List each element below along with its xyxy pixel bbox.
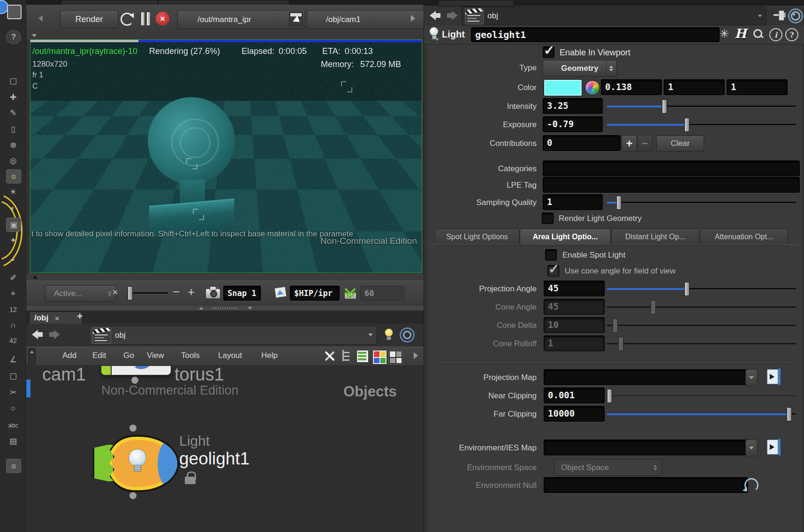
node-label-cam1[interactable]: cam1 xyxy=(42,365,86,385)
material-icon[interactable]: ▣ xyxy=(6,218,21,232)
frame-12-icon[interactable]: 12 xyxy=(6,303,20,316)
delete-icon[interactable]: ⊗ xyxy=(6,138,20,152)
magnet-icon[interactable]: ∩ xyxy=(6,319,20,332)
clear-contributions-button[interactable]: Clear xyxy=(656,136,704,152)
tab-distant-light-options[interactable]: Distant Light Op... xyxy=(611,228,699,245)
fps-field[interactable]: 60 xyxy=(360,286,404,301)
dot-icon[interactable]: • xyxy=(6,253,20,266)
collapse-up-icon[interactable] xyxy=(199,307,204,310)
tree-view-icon[interactable] xyxy=(341,350,352,362)
node-label-torus1[interactable]: torus1 xyxy=(174,365,224,385)
image-icon[interactable]: ▤ xyxy=(6,434,20,448)
projection-angle-field[interactable]: 45 xyxy=(544,281,605,296)
network-tab-obj[interactable]: /obj × xyxy=(29,312,83,324)
network-canvas[interactable]: cam1 torus1 Non-Commercial Edition Objec… xyxy=(26,346,424,532)
categories-field[interactable] xyxy=(543,160,800,176)
spinner-icon[interactable] xyxy=(606,61,614,76)
shade-icon[interactable]: ✦ xyxy=(6,234,20,247)
file-chooser-icon[interactable] xyxy=(767,439,781,456)
new-tab-button[interactable]: + xyxy=(77,311,83,322)
menu-overflow-icon[interactable] xyxy=(414,352,418,359)
menu-layout[interactable]: Layout xyxy=(218,346,242,365)
recook-refresh-icon[interactable] xyxy=(744,478,758,492)
zoom-out-button[interactable]: − xyxy=(173,285,180,299)
light-node-icon[interactable] xyxy=(93,435,175,488)
info-icon[interactable]: i xyxy=(769,28,782,41)
tab-close-icon[interactable]: × xyxy=(55,314,59,322)
exposure-field[interactable]: -0.79 xyxy=(543,116,603,132)
link-target-icon[interactable] xyxy=(788,8,803,23)
snapshot-camera-icon[interactable] xyxy=(205,286,220,298)
camera-path-dropdown[interactable]: /obj/cam1 xyxy=(307,10,426,29)
far-clipping-field[interactable]: 10000 xyxy=(544,406,605,422)
panel-path-field[interactable]: obj xyxy=(462,7,766,25)
file-chooser-icon[interactable] xyxy=(767,368,781,385)
abc-icon[interactable]: abc xyxy=(6,418,20,432)
env-map-field[interactable] xyxy=(544,440,753,456)
node-connector-dot[interactable] xyxy=(131,377,138,384)
type-dropdown[interactable]: Geometry xyxy=(543,60,617,76)
circle-icon[interactable]: ○ xyxy=(6,402,20,415)
remove-contribution-button[interactable]: − xyxy=(637,135,652,152)
near-clipping-field[interactable]: 0.001 xyxy=(544,388,605,403)
move-icon[interactable]: ✚ xyxy=(6,91,20,104)
node-name-field[interactable]: geolight1 xyxy=(471,27,720,42)
menu-help[interactable]: Help xyxy=(261,346,278,365)
follow-light-icon[interactable] xyxy=(383,327,395,341)
path-dropdown-icon[interactable] xyxy=(758,15,762,17)
menu-go[interactable]: Go xyxy=(123,346,134,365)
menu-add[interactable]: Add xyxy=(62,346,76,365)
render-viewport[interactable]: /out/mantra_ipr(raytrace)-10 Rendering (… xyxy=(30,39,422,273)
zoom-in-button[interactable]: + xyxy=(188,285,195,299)
lpe-tag-field[interactable] xyxy=(543,177,800,193)
gear-icon[interactable]: ✳ xyxy=(720,27,729,40)
pause-icon[interactable] xyxy=(140,12,151,25)
tab-attenuation-options[interactable]: Attenuation Opt... xyxy=(700,228,788,245)
enable-viewport-checkbox[interactable] xyxy=(543,46,554,58)
collapse-down-icon[interactable] xyxy=(248,307,252,310)
projection-map-field[interactable] xyxy=(544,369,753,385)
clear-sequence-button[interactable]: × xyxy=(113,287,118,297)
network-path-field[interactable]: obj xyxy=(89,326,377,345)
nav-forward-icon[interactable] xyxy=(48,328,60,341)
env-null-field[interactable] xyxy=(544,477,748,493)
output-path-field[interactable]: $HIP/ipr xyxy=(290,286,340,301)
nav-back-icon[interactable] xyxy=(430,9,442,22)
color-g-field[interactable]: 1 xyxy=(664,79,725,95)
help-button[interactable]: ? xyxy=(6,30,21,44)
save-stack-icon[interactable] xyxy=(342,284,357,300)
render-button[interactable]: Render xyxy=(60,10,118,28)
projection-angle-slider[interactable] xyxy=(607,282,796,295)
snapshot-field[interactable]: Snap 1 xyxy=(223,286,261,301)
contributions-field[interactable]: 0 xyxy=(543,135,621,151)
color-r-field[interactable]: 0.138 xyxy=(601,79,662,95)
lock-icon[interactable]: ▯ xyxy=(6,122,20,136)
spinner-icon[interactable] xyxy=(106,286,113,302)
floating-panel-icon[interactable] xyxy=(289,12,303,26)
dropper-icon[interactable]: ⌖ xyxy=(6,287,20,300)
env-map-dropdown[interactable] xyxy=(745,440,758,456)
scroll-up-icon[interactable] xyxy=(33,275,38,279)
refresh-icon[interactable] xyxy=(121,13,134,26)
menu-tools[interactable]: Tools xyxy=(181,346,200,365)
sampling-quality-slider[interactable] xyxy=(607,196,796,209)
rop-path-dropdown[interactable]: /out/mantra_ipr xyxy=(177,10,305,29)
grid-view-icon[interactable] xyxy=(388,350,403,365)
pen-icon[interactable]: ✎ xyxy=(6,106,20,119)
node-selection-flag[interactable] xyxy=(26,380,30,397)
menu-collapse-icon[interactable] xyxy=(28,348,36,365)
node-label-geolight1[interactable]: geolight1 xyxy=(179,449,250,469)
exposure-slider[interactable] xyxy=(607,118,796,131)
node-output-dot[interactable] xyxy=(129,492,137,499)
image-file-icon[interactable] xyxy=(274,286,287,299)
light-bulb-icon[interactable] xyxy=(429,27,439,41)
tab-spot-light-options[interactable]: Spot Light Options xyxy=(435,228,519,245)
link-target-icon[interactable] xyxy=(400,327,415,342)
help-icon[interactable]: ? xyxy=(785,28,798,41)
select-icon[interactable]: ▢ xyxy=(6,74,20,87)
scroll-left-icon[interactable] xyxy=(38,15,43,22)
divider-grip[interactable] xyxy=(213,307,238,309)
use-cone-angle-checkbox[interactable] xyxy=(547,265,559,277)
collapse-icon[interactable] xyxy=(32,34,37,37)
near-clipping-slider[interactable] xyxy=(607,389,796,402)
